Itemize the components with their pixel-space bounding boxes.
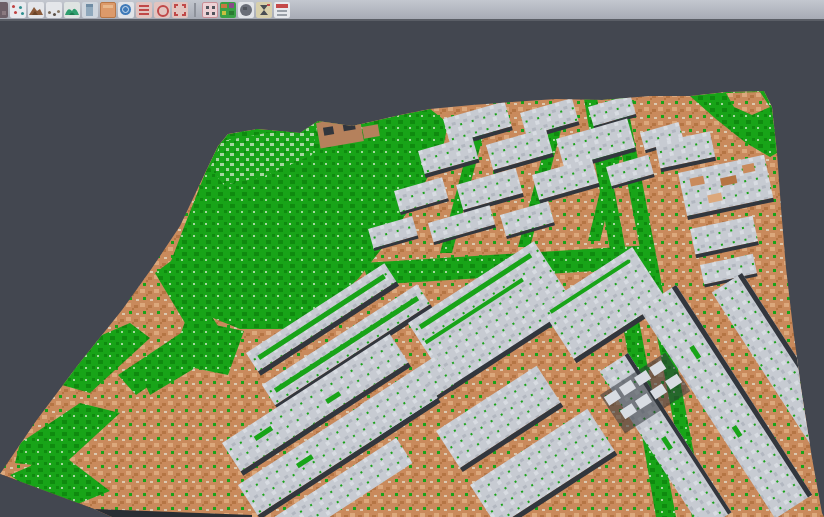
dark-globe-icon[interactable] [238, 2, 254, 18]
globe-orbit-icon[interactable] [118, 2, 134, 18]
vegetation-terrain-icon[interactable] [64, 2, 80, 18]
dot-matrix-icon[interactable] [202, 2, 218, 18]
crop-frame-icon[interactable] [172, 2, 188, 18]
viewport-3d[interactable] [0, 23, 824, 517]
orange-tile-icon[interactable] [100, 2, 116, 18]
ground-points-icon[interactable] [46, 2, 62, 18]
classified-map-icon[interactable] [220, 2, 236, 18]
toolbar-separator [194, 3, 196, 17]
toolbar [0, 0, 824, 21]
ground-filter-terrain-icon[interactable] [28, 2, 44, 18]
mesh-dark-icon[interactable] [0, 2, 8, 18]
register-points-icon[interactable] [10, 2, 26, 18]
stacked-slices-icon[interactable] [136, 2, 152, 18]
scene-render [0, 23, 824, 517]
side-panel-icon[interactable] [82, 2, 98, 18]
circle-target-icon[interactable] [154, 2, 170, 18]
hourglass-icon[interactable] [256, 2, 272, 18]
application-window [0, 0, 824, 517]
remove-layer-icon[interactable] [274, 2, 290, 18]
